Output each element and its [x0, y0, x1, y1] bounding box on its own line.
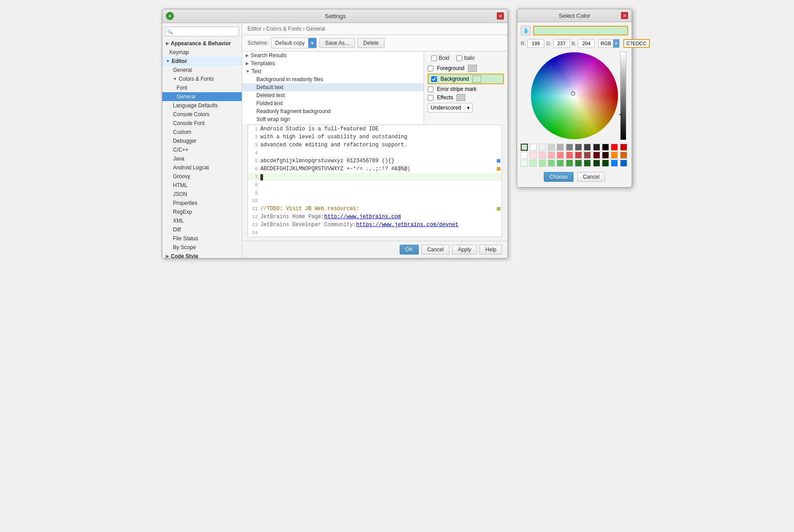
sidebar-item-keymap[interactable]: Keymap	[162, 48, 242, 57]
sidebar-item-code-style[interactable]: ▶ Code Style	[162, 252, 242, 258]
swatch[interactable]	[602, 152, 609, 159]
sidebar-item-html[interactable]: HTML	[162, 181, 242, 190]
swatch[interactable]	[566, 160, 573, 167]
rgb-mode-arrow[interactable]: ▼	[613, 39, 619, 47]
sidebar-item-lang-defaults[interactable]: Language Defaults	[162, 101, 242, 110]
sidebar-item-java[interactable]: Java	[162, 154, 242, 163]
swatch[interactable]	[566, 144, 573, 151]
sidebar-item-custom[interactable]: Custom	[162, 128, 242, 137]
scheme-selector[interactable]: Default copy ▼	[271, 38, 317, 48]
swatch[interactable]	[539, 144, 546, 151]
color-wheel[interactable]	[530, 51, 619, 140]
g-input[interactable]	[553, 39, 570, 48]
b-input[interactable]	[578, 39, 595, 48]
swatch[interactable]	[530, 144, 537, 151]
sidebar-item-font[interactable]: Font	[162, 83, 242, 92]
tree-item-readonly-fragment[interactable]: Readonly fragment background	[242, 107, 424, 115]
sidebar-item-colors-fonts[interactable]: ▼ Colors & Fonts	[162, 74, 242, 83]
ok-button[interactable]: OK	[400, 245, 419, 254]
brightness-slider[interactable]	[620, 51, 626, 140]
swatch[interactable]	[539, 152, 546, 159]
swatch[interactable]	[530, 152, 537, 159]
swatch[interactable]	[530, 160, 537, 167]
bold-checkbox[interactable]	[431, 55, 437, 61]
color-picker-cancel-button[interactable]: Cancel	[577, 172, 605, 182]
sidebar-item-cpp[interactable]: C/C++	[162, 145, 242, 154]
effects-checkbox[interactable]	[428, 95, 433, 101]
italic-checkbox[interactable]	[456, 55, 462, 61]
search-box[interactable]: 🔍	[165, 27, 239, 36]
apply-button[interactable]: Apply	[452, 245, 477, 254]
swatch[interactable]	[575, 160, 582, 167]
tree-item-folded-text[interactable]: Folded text	[242, 99, 424, 107]
save-as-button[interactable]: Save As...	[319, 38, 355, 48]
swatch[interactable]	[539, 160, 546, 167]
swatch[interactable]	[620, 144, 627, 151]
delete-button[interactable]: Delete	[358, 38, 385, 48]
tree-item-default-text[interactable]: Default text	[242, 83, 424, 91]
swatch[interactable]	[620, 152, 627, 159]
swatch[interactable]	[602, 144, 609, 151]
swatch[interactable]	[620, 160, 627, 167]
hex-value-input[interactable]	[623, 39, 650, 48]
swatch[interactable]	[575, 152, 582, 159]
slider-handle[interactable]	[619, 113, 627, 116]
underscored-select[interactable]: Underscored ▼	[428, 103, 473, 113]
swatch[interactable]	[521, 152, 528, 159]
eyedropper-button[interactable]: 💧	[521, 26, 531, 35]
sidebar-item-groovy[interactable]: Groovy	[162, 172, 242, 181]
swatch[interactable]	[548, 160, 555, 167]
sidebar-item-console-font[interactable]: Console Font	[162, 119, 242, 128]
swatch[interactable]	[548, 152, 555, 159]
choose-button[interactable]: Choose	[544, 172, 574, 182]
help-button[interactable]: Help	[480, 245, 502, 254]
swatch[interactable]	[602, 160, 609, 167]
swatch[interactable]	[584, 160, 591, 167]
tree-item-templates[interactable]: ▶ Templates	[242, 59, 424, 67]
sidebar-item-android-logcat[interactable]: Android Logcat	[162, 163, 242, 172]
search-input[interactable]	[165, 27, 239, 36]
tree-item-deleted-text[interactable]: Deleted text	[242, 91, 424, 99]
sidebar-item-general[interactable]: General	[162, 66, 242, 74]
tree-item-text[interactable]: ▼ Text	[242, 67, 424, 75]
sidebar-item-file-status[interactable]: File Status	[162, 234, 242, 243]
swatch[interactable]	[521, 160, 528, 167]
swatch[interactable]	[593, 152, 600, 159]
r-input[interactable]	[527, 39, 544, 48]
background-color-box[interactable]	[472, 75, 481, 82]
sidebar-item-editor[interactable]: ▼ Editor	[162, 57, 242, 66]
foreground-color-box[interactable]	[468, 65, 477, 72]
swatch[interactable]	[593, 160, 600, 167]
sidebar-item-regex[interactable]: RegExp	[162, 207, 242, 216]
sidebar-item-by-scope[interactable]: By Scope	[162, 243, 242, 252]
swatch[interactable]	[557, 160, 564, 167]
sidebar-item-general-cf[interactable]: General	[162, 92, 242, 101]
tree-item-soft-wrap[interactable]: Soft wrap sign	[242, 115, 424, 123]
swatch[interactable]	[584, 152, 591, 159]
scheme-dropdown-arrow[interactable]: ▼	[308, 38, 316, 48]
sidebar-item-appearance[interactable]: ▶ Appearance & Behavior	[162, 39, 242, 48]
background-checkbox[interactable]	[431, 76, 437, 82]
sidebar-item-xml[interactable]: XML	[162, 216, 242, 225]
foreground-checkbox[interactable]	[428, 66, 433, 71]
swatch[interactable]	[566, 152, 573, 159]
sidebar-item-console-colors[interactable]: Console Colors	[162, 110, 242, 119]
swatch[interactable]	[611, 144, 618, 151]
swatch[interactable]	[557, 144, 564, 151]
color-picker-close-button[interactable]: ✕	[621, 12, 628, 19]
settings-close-button[interactable]: ✕	[497, 12, 504, 20]
sidebar-item-debugger[interactable]: Debugger	[162, 137, 242, 145]
effects-color-box[interactable]	[456, 94, 465, 101]
swatch[interactable]	[548, 144, 555, 151]
sidebar-item-diff[interactable]: Diff	[162, 225, 242, 234]
swatch-selected[interactable]	[521, 144, 528, 151]
swatch[interactable]	[593, 144, 600, 151]
tree-item-search-results[interactable]: ▶ Search Results	[242, 51, 424, 59]
sidebar-item-properties[interactable]: Properties	[162, 199, 242, 207]
swatch[interactable]	[584, 144, 591, 151]
error-stripe-checkbox[interactable]	[428, 86, 433, 92]
rgb-mode-selector[interactable]: RGB ▼	[598, 39, 620, 48]
swatch[interactable]	[611, 160, 618, 167]
swatch[interactable]	[611, 152, 618, 159]
underscored-arrow[interactable]: ▼	[464, 106, 472, 110]
